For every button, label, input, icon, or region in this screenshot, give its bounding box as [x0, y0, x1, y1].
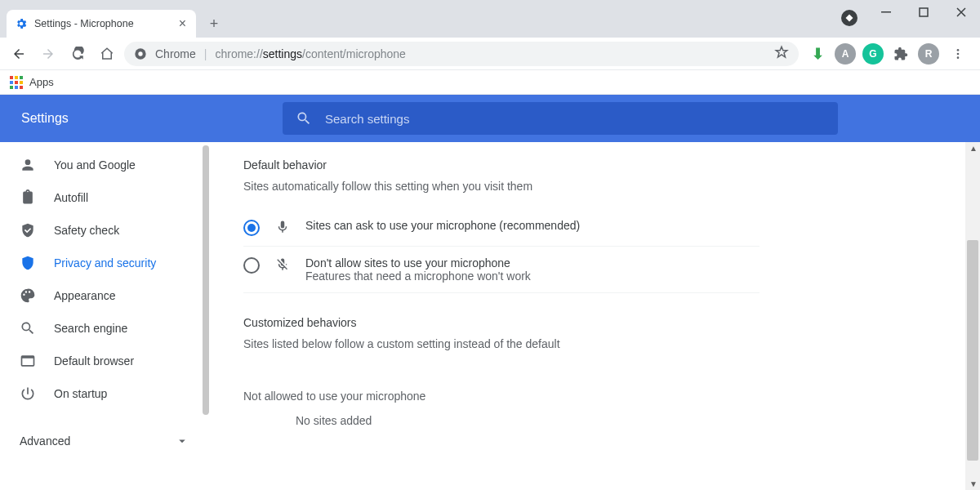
sidebar-scrollbar[interactable]: [203, 145, 209, 415]
sidebar-label: Privacy and security: [54, 256, 156, 270]
radio-option-block[interactable]: Don't allow sites to use your microphone…: [243, 247, 760, 293]
profile-indicator-icon[interactable]: [841, 10, 858, 26]
sidebar-label: Safety check: [54, 224, 119, 237]
advanced-label: Advanced: [20, 434, 70, 448]
settings-search[interactable]: [283, 102, 838, 135]
tab-title: Settings - Microphone: [34, 18, 171, 29]
sidebar-item-search-engine[interactable]: Search engine: [0, 312, 209, 345]
chrome-menu-button[interactable]: [946, 42, 970, 66]
shield-icon: [20, 255, 36, 271]
sidebar-advanced-toggle[interactable]: Advanced: [0, 425, 209, 457]
settings-sidebar: You and Google Autofill Safety check Pri…: [0, 142, 209, 490]
sidebar-item-you-and-google[interactable]: You and Google: [0, 149, 209, 181]
sidebar-item-on-startup[interactable]: On startup: [0, 377, 209, 410]
section-title: Customized behaviors: [243, 316, 760, 329]
apps-icon[interactable]: [10, 76, 23, 89]
right-gutter: ▲ ▼: [838, 142, 980, 490]
browser-icon: [20, 353, 36, 369]
chrome-icon: [134, 47, 147, 60]
option-label: Don't allow sites to use your microphone: [305, 256, 531, 270]
radio-button[interactable]: [243, 220, 260, 236]
scroll-down-icon[interactable]: ▼: [969, 479, 978, 488]
settings-title: Settings: [21, 111, 234, 126]
sidebar-label: Default browser: [54, 354, 134, 368]
extensions-area: ⬇ A G R: [804, 42, 973, 66]
subsection-title: Not allowed to use your microphone: [243, 390, 760, 403]
radio-option-ask[interactable]: Sites can ask to use your microphone (re…: [243, 209, 760, 247]
sidebar-label: You and Google: [54, 158, 136, 172]
power-icon: [20, 385, 36, 402]
sidebar-item-privacy-security[interactable]: Privacy and security: [0, 247, 209, 279]
sidebar-item-autofill[interactable]: Autofill: [0, 181, 209, 214]
search-icon: [20, 320, 36, 336]
sidebar-label: Appearance: [54, 289, 116, 302]
back-button[interactable]: [7, 42, 31, 66]
apps-label[interactable]: Apps: [29, 76, 54, 88]
minimize-button[interactable]: [867, 0, 905, 24]
svg-point-3: [138, 51, 142, 56]
bookmark-star-icon[interactable]: [774, 45, 789, 62]
profile-avatar[interactable]: R: [918, 43, 939, 65]
radio-button[interactable]: [243, 257, 260, 274]
empty-state-text: No sites added: [243, 414, 760, 427]
svg-rect-1: [920, 8, 928, 16]
settings-header: Settings: [0, 95, 980, 142]
search-input[interactable]: [325, 112, 825, 126]
bookmarks-bar: Apps: [0, 70, 980, 95]
close-window-button[interactable]: [942, 0, 980, 24]
microphone-off-icon: [274, 257, 291, 272]
microphone-icon: [274, 220, 291, 234]
browser-titlebar: Settings - Microphone × +: [0, 0, 980, 38]
clipboard-icon: [20, 189, 36, 206]
svg-point-5: [957, 52, 960, 55]
section-subtitle: Sites automatically follow this setting …: [243, 180, 760, 193]
extension-icon[interactable]: ⬇: [807, 43, 828, 65]
sidebar-label: Search engine: [54, 322, 127, 335]
palette-icon: [20, 287, 36, 304]
scroll-up-icon[interactable]: ▲: [969, 144, 978, 153]
close-tab-icon[interactable]: ×: [177, 16, 188, 31]
window-controls: [867, 0, 980, 24]
settings-main: Default behavior Sites automatically fol…: [209, 142, 838, 490]
person-icon: [20, 157, 36, 173]
sidebar-label: Autofill: [54, 191, 88, 204]
extensions-puzzle-icon[interactable]: [890, 43, 911, 65]
svg-point-6: [957, 56, 960, 59]
forward-button[interactable]: [36, 42, 60, 66]
search-icon: [296, 110, 312, 127]
browser-toolbar: Chrome | chrome://settings/content/micro…: [0, 38, 980, 70]
sidebar-label: On startup: [54, 387, 107, 400]
option-sublabel: Features that need a microphone won't wo…: [305, 270, 531, 283]
section-subtitle: Sites listed below follow a custom setti…: [243, 337, 760, 350]
sidebar-item-safety-check[interactable]: Safety check: [0, 214, 209, 247]
chevron-down-icon: [175, 434, 189, 448]
omnibox-label: Chrome: [155, 47, 196, 60]
sidebar-item-default-browser[interactable]: Default browser: [0, 345, 209, 377]
scrollbar-thumb[interactable]: [967, 240, 978, 461]
new-tab-button[interactable]: +: [203, 12, 225, 35]
section-title: Default behavior: [243, 158, 760, 172]
extension-icon[interactable]: G: [862, 43, 884, 65]
home-button[interactable]: [95, 42, 119, 66]
gear-icon: [15, 17, 28, 30]
extension-icon[interactable]: A: [835, 43, 856, 65]
settings-content: You and Google Autofill Safety check Pri…: [0, 142, 980, 490]
shield-check-icon: [20, 222, 36, 238]
svg-rect-0: [881, 11, 891, 13]
maximize-button[interactable]: [905, 0, 942, 24]
omnibox-url: chrome://settings/content/microphone: [215, 47, 405, 60]
svg-point-4: [957, 49, 960, 51]
scrollbar-track[interactable]: ▲ ▼: [965, 142, 980, 490]
option-label: Sites can ask to use your microphone (re…: [305, 219, 580, 232]
browser-tab[interactable]: Settings - Microphone ×: [7, 10, 196, 38]
reload-button[interactable]: [65, 42, 90, 66]
sidebar-item-appearance[interactable]: Appearance: [0, 279, 209, 312]
address-bar[interactable]: Chrome | chrome://settings/content/micro…: [124, 42, 799, 66]
